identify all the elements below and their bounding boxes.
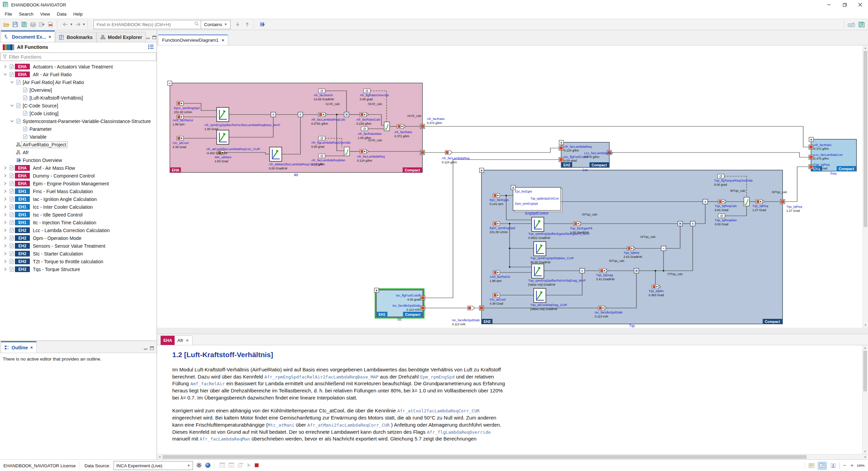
constant-icon[interactable] <box>318 136 325 140</box>
tree-item[interactable]: Systemconstant-Parameter-Variable-Classi… <box>0 117 157 125</box>
close-icon[interactable]: × <box>48 34 51 39</box>
down-arrow-icon[interactable] <box>233 20 242 29</box>
forward-history-caret[interactable]: ▼ <box>82 23 85 26</box>
code-reference[interactable]: Afr_flgLambdaReqOverride <box>427 430 491 435</box>
horizontal-splitter[interactable] <box>157 328 868 334</box>
print-icon[interactable] <box>28 20 37 29</box>
tree-item[interactable]: EH2Stc - Starter Calculation <box>0 250 157 258</box>
scroll-up-icon[interactable]: ▲ <box>863 45 868 50</box>
close-icon[interactable]: × <box>222 38 224 43</box>
block-edge-port[interactable] <box>421 296 425 300</box>
tab-bookmarks[interactable]: Bookmarks <box>55 32 96 42</box>
document-vertical-scrollbar[interactable]: ▲ ▼ <box>862 345 868 454</box>
map-block-icon[interactable] <box>270 147 282 161</box>
tree-item[interactable]: [Code Listing] <box>0 109 157 117</box>
zoom-out-button[interactable]: − <box>842 462 847 469</box>
gear-icon[interactable] <box>196 463 202 469</box>
constant-icon[interactable] <box>318 154 325 158</box>
save-icon[interactable] <box>11 20 20 29</box>
menu-search[interactable]: Search <box>16 11 37 18</box>
map-block-icon[interactable] <box>534 288 546 303</box>
diagram-canvas[interactable]: EHACompactAfrEH2CompactTqsEH2CompactLccE… <box>157 45 868 328</box>
block-edge-port[interactable] <box>420 124 425 129</box>
wire-port-icon[interactable] <box>445 150 452 155</box>
chevron-right-icon[interactable] <box>2 197 8 201</box>
constant-icon[interactable] <box>361 127 368 131</box>
tree-item[interactable]: AirFuelRatio_Project <box>0 141 157 148</box>
tree-item[interactable]: EH1Isc - Idle Speed Control <box>0 211 157 219</box>
chevron-right-icon[interactable] <box>2 205 8 209</box>
tab-outline[interactable]: Outline × <box>1 341 37 353</box>
operator-multiply-icon[interactable]: ✕ <box>344 112 349 117</box>
book-view-button[interactable] <box>818 462 827 470</box>
map-block-icon[interactable] <box>217 130 229 144</box>
scroll-right-icon[interactable]: ► <box>863 454 868 459</box>
start-measurement-icon[interactable] <box>247 463 251 469</box>
tree-item[interactable]: Function Overview <box>0 156 157 164</box>
expand-icon[interactable]: + <box>809 137 813 142</box>
chevron-right-icon[interactable] <box>2 252 8 255</box>
code-reference[interactable]: Afr_rpmEngSpdfacRelAir2facLambdaReqBase_… <box>264 374 379 380</box>
minimize-button[interactable] <box>821 0 837 9</box>
back-history-caret[interactable]: ▼ <box>70 23 73 26</box>
open-book-icon[interactable] <box>20 20 28 29</box>
tree-item[interactable]: [C-Code Source] <box>0 102 157 109</box>
constant-icon[interactable] <box>318 89 325 93</box>
map-block-icon[interactable] <box>532 217 544 231</box>
tree-item[interactable]: EHAAfr - Air Fuel Ratio <box>0 70 157 78</box>
open-folder-icon[interactable] <box>2 20 11 29</box>
tree-item[interactable]: EH1Fmc - Fuel Mass Calculation <box>0 187 157 195</box>
tree-item[interactable]: EH2T2t - Torque to throttle calculation <box>0 258 157 265</box>
chevron-right-icon[interactable] <box>2 166 8 170</box>
tree-item[interactable]: EH1Icc - Inter Cooler Calculation <box>0 203 157 211</box>
menu-data[interactable]: Data <box>54 11 70 18</box>
operator-add-icon[interactable]: + <box>580 268 585 273</box>
chevron-down-icon[interactable] <box>2 73 8 76</box>
experiment-window-icon[interactable] <box>238 463 243 469</box>
operator-subtract-icon[interactable]: − <box>661 246 666 251</box>
chevron-right-icon[interactable] <box>2 236 8 240</box>
person-view-button[interactable] <box>829 462 837 470</box>
switch-block-icon[interactable] <box>384 122 390 131</box>
code-reference[interactable]: Afr_facLambdaReqMan <box>200 436 250 442</box>
data-source-dropdown[interactable]: INCA Experiment (Live) ▼ <box>114 461 193 470</box>
code-reference[interactable]: Afr_atMani2facLambdaReqCorr_CUR <box>307 423 390 428</box>
globe-icon[interactable] <box>205 463 211 469</box>
constant-icon[interactable] <box>363 89 370 93</box>
tree-item[interactable]: [Air Fuel Ratio] Air Fuel Ratio <box>0 78 157 86</box>
document-view-button[interactable] <box>807 462 816 470</box>
code-reference[interactable]: Afr_atCool2facLambdaReqCorr_CUR <box>397 408 480 413</box>
code-reference[interactable]: Epm_rpmEngSpd <box>420 374 455 380</box>
operator-add-icon[interactable]: + <box>690 221 695 226</box>
switch-block-icon[interactable] <box>744 197 749 206</box>
measure-window-icon[interactable] <box>219 463 225 469</box>
operator-add-icon[interactable]: + <box>298 112 303 117</box>
operator-add-icon[interactable]: + <box>703 199 708 204</box>
pdf-export-icon[interactable] <box>46 20 55 29</box>
block-edge-port[interactable] <box>809 155 813 160</box>
input-port-icon[interactable] <box>493 222 500 226</box>
tree-item[interactable]: EH1Itc - Injection Time Calculation <box>0 219 157 226</box>
block-edge-port[interactable] <box>559 146 564 150</box>
wire-port-icon[interactable] <box>468 306 475 310</box>
menu-file[interactable]: File <box>1 11 16 18</box>
close-icon[interactable]: × <box>30 345 33 350</box>
tree-item[interactable]: EHADummy - Component Control <box>0 172 157 180</box>
close-icon[interactable]: × <box>186 338 189 343</box>
tree-item[interactable]: EHAActuators - Actuators Value Treatment <box>0 63 157 70</box>
match-mode-dropdown[interactable]: Contains ▼ <box>201 20 230 29</box>
input-port-icon[interactable] <box>177 101 183 105</box>
block-edge-port[interactable] <box>809 165 813 169</box>
chevron-right-icon[interactable] <box>2 260 8 263</box>
maximize-button[interactable] <box>837 0 852 9</box>
tree-item[interactable]: [Overview] <box>0 86 157 94</box>
tree-item[interactable]: Parameter <box>0 125 157 133</box>
export-icon[interactable] <box>37 20 46 29</box>
chevron-right-icon[interactable] <box>2 213 8 217</box>
map-block-icon[interactable] <box>217 107 229 122</box>
ehandbook-icon[interactable] <box>857 20 866 29</box>
tab-function-overview-diagram[interactable]: FunctionOverviewDiagram1 × <box>158 35 228 45</box>
chevron-right-icon[interactable] <box>2 267 8 271</box>
chevron-down-icon[interactable] <box>9 120 15 123</box>
input-port-icon[interactable] <box>493 270 500 274</box>
